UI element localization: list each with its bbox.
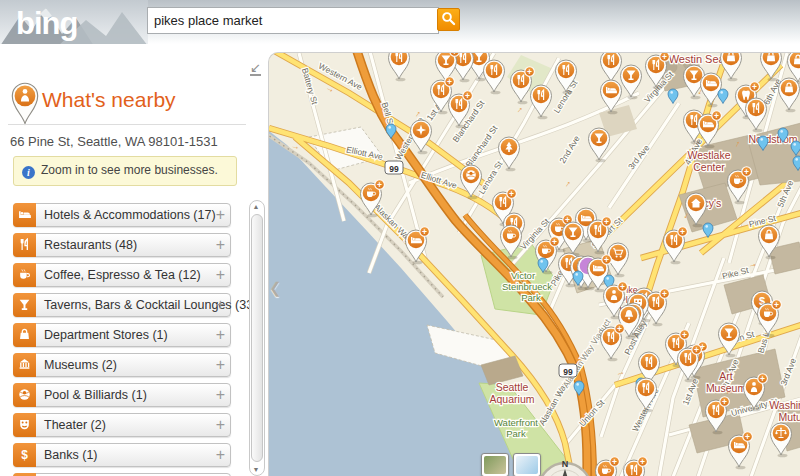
svg-text:+: + [604,217,609,227]
landmark-label: Washingt [769,399,800,411]
category-row-restaurants[interactable]: Restaurants (48)+ [13,233,231,257]
category-row-pool-billiards[interactable]: Pool & Billiards (1)+ [13,383,231,407]
category-label: Museums (2) [44,354,117,376]
category-row-coffee-espresso-tea[interactable]: Coffee, Espresso & Tea (12)+ [13,263,231,287]
info-icon: i [22,166,35,179]
svg-text:+: + [527,67,532,77]
svg-text:+: + [640,457,645,467]
category-label: Hotels & Accommodations (17) [44,204,216,226]
landmark-label: Aquarium [490,393,535,405]
one-way-arrow-icon: → [290,140,301,152]
svg-text:+: + [617,324,622,334]
scroll-up-icon[interactable]: ▲ [250,203,262,210]
map-pin-fork[interactable] [389,53,410,81]
coffee-icon [13,263,36,287]
search-button[interactable] [437,8,460,31]
category-label: Coffee, Espresso & Tea (12) [44,264,201,286]
aerial-view-button[interactable] [481,453,509,476]
category-label: Restaurants (48) [44,234,137,256]
highway-99-shield: 99 [559,364,577,377]
category-row-hotels-accommodations[interactable]: Hotels & Accommodations (17)+ [13,203,231,227]
category-label: Department Stores (1) [44,324,168,346]
museum-icon [13,353,36,377]
map-pin-bag[interactable] [779,78,800,112]
map-pin-fork[interactable] [484,60,505,94]
panel-minimize-icon[interactable]: ↙ [250,62,261,76]
nearby-pin-icon [10,82,40,130]
category-row-museums[interactable]: Museums (2)+ [13,353,231,377]
divider [8,124,246,125]
sidebar-scrollbar[interactable]: ▲ ▼ [249,200,265,476]
map-canvas[interactable]: Western AveBattery StBell StElliott AveE… [269,53,800,476]
svg-text:+: + [744,167,749,177]
expand-plus-icon[interactable]: + [216,324,225,346]
category-label: Pool & Billiards (1) [44,384,147,406]
scroll-down-icon[interactable]: ▼ [250,466,262,473]
svg-text:+: + [680,227,685,237]
expand-plus-icon[interactable]: + [216,414,225,436]
category-row-taverns-bars-cocktail-lounges[interactable]: Taverns, Bars & Cocktail Lounges (33)+ [13,293,231,317]
svg-text:+: + [745,432,750,442]
zoom-notice-text: Zoom in to see more businesses. [41,163,218,177]
search-icon [441,11,456,26]
bing-logo[interactable]: bing [0,0,148,46]
svg-text:+: + [620,282,625,292]
map-collapse-chevron[interactable]: ❮ [269,279,282,297]
landmark-label: Steinbrueck [502,281,552,292]
one-way-arrow-icon: → [512,102,525,115]
map-container[interactable]: Western AveBattery StBell StElliott AveE… [268,52,800,476]
highway-99-shield: 99 [385,161,403,174]
expand-plus-icon[interactable]: + [216,294,225,316]
map-pin-fork[interactable] [746,98,767,132]
svg-text:99: 99 [563,367,573,377]
street-label: 2nd Ave [557,134,582,165]
svg-text:+: + [774,300,779,310]
address-text: 66 Pine St, Seattle, WA 98101-1531 [10,134,218,149]
map-pin-bed[interactable] [701,73,722,107]
svg-text:+: + [552,237,557,247]
map-pin-blue[interactable] [668,89,678,104]
aerial-thumbnail [484,456,506,474]
svg-text:+: + [422,227,427,237]
map-pin-fork[interactable]: + [601,324,625,362]
svg-text:+: + [760,374,765,384]
expand-plus-icon[interactable]: + [216,354,225,376]
svg-text:+: + [452,53,457,57]
map-pin-bag[interactable] [721,53,742,81]
category-row-banks[interactable]: Banks (1)+ [13,443,231,467]
expand-plus-icon[interactable]: + [216,234,225,256]
category-row-theater[interactable]: Theater (2)+ [13,413,231,437]
landmark-label: Mutua [778,411,800,423]
category-label: Banks (1) [44,444,98,466]
landmark-label: Center [693,161,725,173]
map-pin-sparkle[interactable] [411,120,432,154]
scrollbar-thumb[interactable] [251,214,263,462]
landmark-label: Westlake [688,149,731,161]
billiard-icon [13,383,36,407]
svg-text:+: + [714,111,719,121]
expand-plus-icon[interactable]: + [216,384,225,406]
svg-text:+: + [694,345,699,355]
landmark-label: Nordstrom [748,133,797,145]
bing-logo-text: bing [16,6,77,41]
map-pin-fork[interactable]: + [664,227,688,265]
svg-text:+: + [722,397,727,407]
map-pin-bed[interactable]: + [729,432,753,470]
map-pin-scales[interactable] [771,423,792,457]
svg-text:+: + [509,189,514,199]
category-row-department-stores[interactable]: Department Stores (1)+ [13,323,231,347]
landmark-label: Park [521,292,541,303]
map-pin-fork[interactable] [531,85,552,119]
expand-plus-icon[interactable]: + [216,204,225,226]
search-input[interactable] [147,7,439,34]
fork-icon [13,233,36,257]
bag-icon [13,323,36,347]
landmark-label: Seattle [496,381,529,393]
expand-plus-icon[interactable]: + [216,264,225,286]
expand-plus-icon[interactable]: + [216,444,225,466]
map-pin-blue[interactable] [718,89,728,104]
map-pin-coffee[interactable]: + [596,457,620,476]
theater-icon [13,413,36,437]
header: bing [0,0,800,44]
road-view-button[interactable] [513,453,541,476]
